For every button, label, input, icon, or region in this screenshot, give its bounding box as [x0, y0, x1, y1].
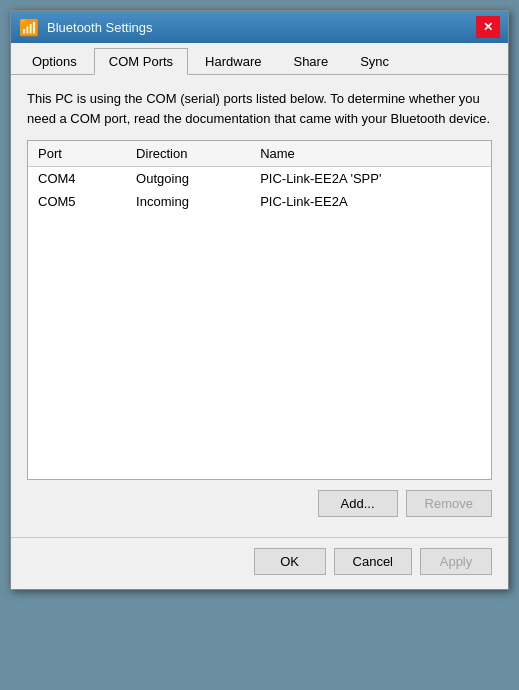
bluetooth-settings-window: 📶 Bluetooth Settings ✕ Options COM Ports…	[10, 10, 509, 590]
tab-options[interactable]: Options	[17, 48, 92, 75]
table-row[interactable]: COM5IncomingPIC-Link-EE2A	[28, 190, 491, 213]
col-direction: Direction	[126, 141, 250, 167]
col-port: Port	[28, 141, 126, 167]
table-row[interactable]: COM4OutgoingPIC-Link-EE2A 'SPP'	[28, 167, 491, 191]
cell-direction: Incoming	[126, 190, 250, 213]
cell-direction: Outgoing	[126, 167, 250, 191]
tab-hardware[interactable]: Hardware	[190, 48, 276, 75]
title-bar: 📶 Bluetooth Settings ✕	[11, 11, 508, 43]
tab-com-ports[interactable]: COM Ports	[94, 48, 188, 75]
table-header: Port Direction Name	[28, 141, 491, 167]
tab-share[interactable]: Share	[278, 48, 343, 75]
apply-button[interactable]: Apply	[420, 548, 492, 575]
remove-button[interactable]: Remove	[406, 490, 492, 517]
bluetooth-icon: 📶	[19, 18, 39, 37]
cell-name: PIC-Link-EE2A	[250, 190, 491, 213]
com-ports-table: Port Direction Name COM4OutgoingPIC-Link…	[28, 141, 491, 213]
tab-content: This PC is using the COM (serial) ports …	[11, 75, 508, 531]
cancel-button[interactable]: Cancel	[334, 548, 412, 575]
add-button[interactable]: Add...	[318, 490, 398, 517]
table-buttons: Add... Remove	[27, 490, 492, 517]
footer: OK Cancel Apply	[11, 537, 508, 589]
ok-button[interactable]: OK	[254, 548, 326, 575]
cell-port: COM5	[28, 190, 126, 213]
description-text: This PC is using the COM (serial) ports …	[27, 89, 492, 128]
cell-port: COM4	[28, 167, 126, 191]
col-name: Name	[250, 141, 491, 167]
cell-name: PIC-Link-EE2A 'SPP'	[250, 167, 491, 191]
close-button[interactable]: ✕	[476, 16, 500, 38]
title-bar-left: 📶 Bluetooth Settings	[19, 18, 153, 37]
com-ports-table-container: Port Direction Name COM4OutgoingPIC-Link…	[27, 140, 492, 480]
window-title: Bluetooth Settings	[47, 20, 153, 35]
table-body: COM4OutgoingPIC-Link-EE2A 'SPP'COM5Incom…	[28, 167, 491, 214]
tab-sync[interactable]: Sync	[345, 48, 404, 75]
tabs-bar: Options COM Ports Hardware Share Sync	[11, 43, 508, 75]
